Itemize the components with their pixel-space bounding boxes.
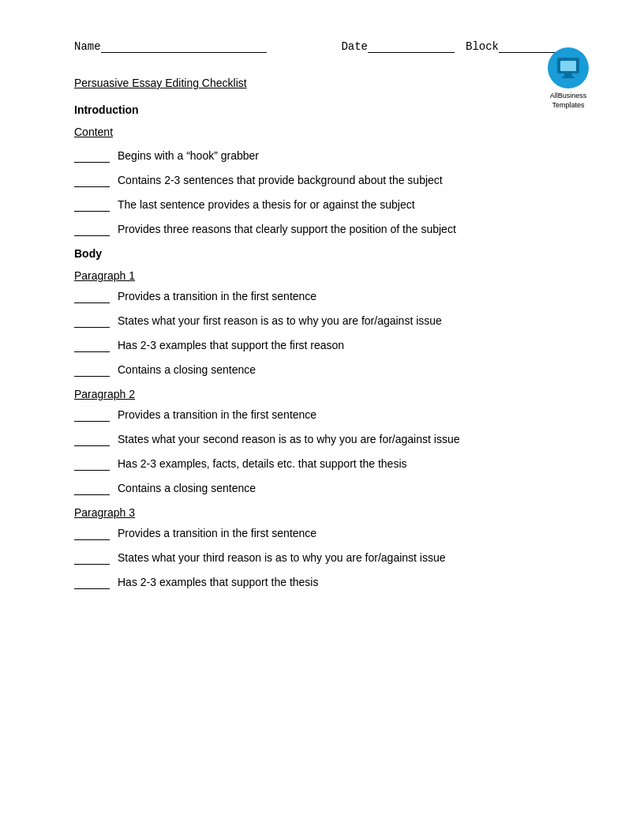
checkbox-line [74,223,110,236]
list-item: Has 2-3 examples that support the thesis [74,576,570,589]
checkbox-line [74,551,110,565]
list-item: Contains a closing sentence [74,363,570,377]
checkbox-line [74,290,110,303]
list-item: Contains 2-3 sentences that provide back… [74,174,570,187]
list-item: States what your first reason is as to w… [74,314,570,328]
checkbox-line [74,482,110,495]
list-item: Has 2-3 examples that support the first … [74,339,570,352]
list-item: Provides three reasons that clearly supp… [74,223,570,236]
list-item: States what your second reason is as to … [74,433,570,446]
list-item: Provides a transition in the first sente… [74,408,570,422]
checkbox-line [74,457,110,471]
checkbox-line [74,363,110,377]
checkbox-line [74,198,110,212]
checkbox-line [74,408,110,422]
list-item: Begins with a “hook” grabber [74,149,570,163]
content-subsection-label: Content [74,126,570,138]
list-item: States what your third reason is as to w… [74,551,570,565]
list-item: Has 2-3 examples, facts, details etc. th… [74,457,570,471]
paragraph3-heading: Paragraph 3 [74,506,570,519]
checkbox-line [74,314,110,328]
name-label: Name [74,40,101,53]
logo-base [562,77,575,78]
list-item: Provides a transition in the first sente… [74,290,570,303]
checkbox-line [74,576,110,589]
logo-text: AllBusiness Templates [548,92,589,110]
introduction-heading: Introduction [74,103,570,116]
checkbox-line [74,339,110,352]
checkbox-line [74,174,110,187]
header-row: Name Date Block [74,39,570,53]
checkbox-line [74,149,110,163]
checkbox-line [74,433,110,446]
date-label: Date [341,40,368,53]
date-line [368,39,455,53]
body-heading: Body [74,247,570,260]
logo: AllBusiness Templates [548,47,589,110]
paragraph1-heading: Paragraph 1 [74,269,570,282]
paragraph2-heading: Paragraph 2 [74,388,570,400]
document-title: Persuasive Essay Editing Checklist [74,77,570,89]
checkbox-line [74,527,110,540]
list-item: Contains a closing sentence [74,482,570,495]
name-line [101,39,267,53]
list-item: Provides a transition in the first sente… [74,527,570,540]
monitor-icon [557,58,579,73]
block-label: Block [466,40,499,53]
list-item: The last sentence provides a thesis for … [74,198,570,212]
logo-circle [548,47,589,88]
